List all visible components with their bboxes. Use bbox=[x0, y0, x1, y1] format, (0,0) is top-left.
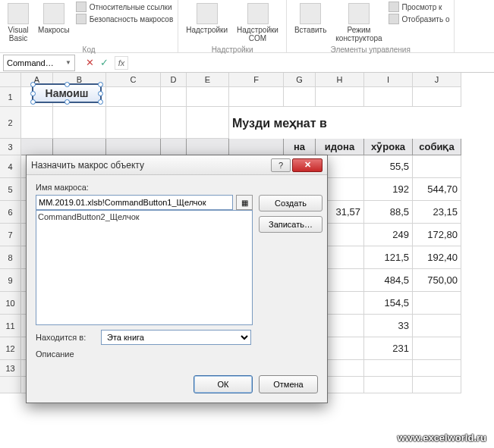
name-box[interactable]: Command… ▼ bbox=[3, 55, 75, 71]
cell[interactable] bbox=[187, 107, 229, 139]
cell[interactable] bbox=[413, 87, 461, 107]
cancel-formula-icon[interactable]: ✕ bbox=[86, 57, 94, 68]
row-header[interactable]: 13 bbox=[0, 360, 21, 377]
cell[interactable]: 121,5 bbox=[364, 246, 413, 269]
cell[interactable] bbox=[316, 87, 364, 107]
cell[interactable]: 172,80 bbox=[413, 224, 461, 246]
location-select[interactable]: Эта книга bbox=[101, 330, 251, 345]
cell[interactable] bbox=[53, 107, 106, 139]
cell[interactable]: на bbox=[284, 139, 316, 155]
cell[interactable] bbox=[413, 315, 461, 337]
cell[interactable]: 544,70 bbox=[413, 178, 461, 201]
cell[interactable] bbox=[364, 360, 413, 377]
cell[interactable] bbox=[413, 107, 461, 139]
cell[interactable]: собиқа bbox=[413, 139, 461, 155]
resize-handle[interactable] bbox=[30, 99, 36, 105]
macro-list[interactable]: CommandButton2_Щелчок bbox=[36, 210, 253, 325]
resize-handle[interactable] bbox=[98, 82, 103, 87]
com-addins-button[interactable]: НадстройкиCOM bbox=[234, 2, 282, 44]
cell[interactable]: 750,00 bbox=[413, 269, 461, 292]
row-header[interactable]: 10 bbox=[0, 292, 21, 315]
cell[interactable]: 33 bbox=[364, 315, 413, 337]
row-header[interactable]: 12 bbox=[0, 337, 21, 360]
list-item[interactable]: CommandButton2_Щелчок bbox=[38, 212, 250, 221]
cell[interactable]: хӯрока bbox=[364, 139, 413, 155]
design-mode-button[interactable]: Режимконструктора bbox=[332, 2, 385, 44]
cell[interactable]: 55,5 bbox=[364, 155, 413, 178]
column-header[interactable]: J bbox=[413, 73, 461, 87]
view-code-item[interactable]: Просмотр к bbox=[389, 2, 450, 12]
cell[interactable] bbox=[161, 139, 187, 155]
row-header[interactable]: 1 bbox=[0, 87, 21, 107]
enter-formula-icon[interactable]: ✓ bbox=[100, 57, 109, 68]
column-header[interactable]: H bbox=[316, 73, 364, 87]
column-header[interactable]: F bbox=[229, 73, 284, 87]
row-header[interactable]: 6 bbox=[0, 201, 21, 224]
visual-basic-button[interactable]: VisualBasic bbox=[5, 2, 32, 44]
close-button[interactable]: ✕ bbox=[292, 158, 323, 172]
cell[interactable] bbox=[187, 87, 229, 107]
row-header[interactable]: 2 bbox=[0, 107, 21, 139]
row-header[interactable]: 7 bbox=[0, 224, 21, 246]
row-header[interactable]: 3 bbox=[0, 139, 21, 155]
cell[interactable] bbox=[21, 139, 53, 155]
cell[interactable] bbox=[106, 87, 161, 107]
cell[interactable] bbox=[413, 377, 461, 393]
cell[interactable]: 484,5 bbox=[364, 269, 413, 292]
cell[interactable]: Музди меҳнат в bbox=[229, 107, 284, 139]
cell[interactable] bbox=[229, 139, 284, 155]
cell[interactable]: 192 bbox=[364, 178, 413, 201]
column-header[interactable]: D bbox=[161, 73, 187, 87]
cell[interactable] bbox=[161, 107, 187, 139]
insert-control-button[interactable]: Вставить bbox=[291, 2, 329, 36]
cell[interactable] bbox=[284, 87, 316, 107]
relative-refs-item[interactable]: Относительные ссылки bbox=[76, 2, 174, 12]
help-button[interactable]: ? bbox=[271, 158, 291, 172]
macro-name-input[interactable] bbox=[36, 195, 233, 210]
column-header[interactable]: G bbox=[284, 73, 316, 87]
cell[interactable] bbox=[364, 107, 413, 139]
cancel-button[interactable]: Отмена bbox=[259, 375, 318, 393]
create-button[interactable]: Создать bbox=[259, 195, 323, 211]
cell[interactable] bbox=[413, 292, 461, 315]
cell[interactable] bbox=[413, 360, 461, 377]
cell[interactable] bbox=[364, 87, 413, 107]
cell[interactable]: 23,15 bbox=[413, 201, 461, 224]
resize-handle[interactable] bbox=[98, 91, 103, 96]
cell[interactable] bbox=[106, 139, 161, 155]
record-button[interactable]: Записать… bbox=[259, 216, 323, 233]
row-header[interactable]: 11 bbox=[0, 315, 21, 337]
cell[interactable]: 88,5 bbox=[364, 201, 413, 224]
cell[interactable] bbox=[413, 337, 461, 360]
column-header[interactable]: E bbox=[187, 73, 229, 87]
ok-button[interactable]: ОК bbox=[194, 375, 253, 393]
cell[interactable] bbox=[106, 107, 161, 139]
macro-security-item[interactable]: Безопасность макросов bbox=[76, 14, 174, 24]
cell[interactable] bbox=[53, 139, 106, 155]
row-header[interactable]: 9 bbox=[0, 269, 21, 292]
shape-button[interactable]: Намоиш bbox=[32, 83, 102, 103]
row-header[interactable]: 4 bbox=[0, 155, 21, 178]
column-header[interactable]: C bbox=[106, 73, 161, 87]
cell[interactable]: 249 bbox=[364, 224, 413, 246]
row-header[interactable]: 5 bbox=[0, 178, 21, 201]
cell[interactable] bbox=[161, 87, 187, 107]
cell[interactable]: 192,40 bbox=[413, 246, 461, 269]
cell[interactable] bbox=[187, 139, 229, 155]
select-all-corner[interactable] bbox=[0, 73, 21, 87]
cell[interactable] bbox=[229, 87, 284, 107]
show-dialog-item[interactable]: Отобразить о bbox=[389, 14, 450, 24]
resize-handle[interactable] bbox=[98, 99, 103, 105]
cell[interactable] bbox=[364, 377, 413, 393]
resize-handle[interactable] bbox=[30, 91, 36, 96]
cell[interactable] bbox=[21, 107, 53, 139]
fx-icon[interactable]: fx bbox=[115, 56, 128, 70]
range-picker-icon[interactable]: ▦ bbox=[236, 195, 253, 210]
resize-handle[interactable] bbox=[65, 82, 70, 87]
addins-button[interactable]: Надстройки bbox=[183, 2, 231, 36]
macros-button[interactable]: Макросы bbox=[35, 2, 73, 36]
resize-handle[interactable] bbox=[30, 82, 36, 87]
cell[interactable]: идона bbox=[316, 139, 364, 155]
column-header[interactable]: I bbox=[364, 73, 413, 87]
cell[interactable] bbox=[413, 155, 461, 178]
